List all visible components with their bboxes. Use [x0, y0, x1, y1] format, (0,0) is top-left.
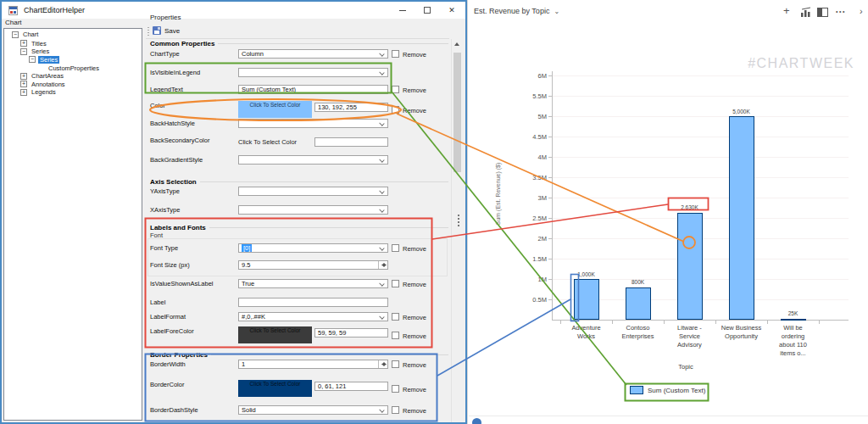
- scrollbar-thumb[interactable]: [453, 53, 461, 172]
- bar-5[interactable]: [781, 319, 806, 321]
- remove-label: Remove: [403, 86, 426, 94]
- dropdown-borderDashStyle[interactable]: Solid: [238, 405, 388, 415]
- property-label-label: Label: [150, 298, 165, 306]
- color-value-backSecondaryColor[interactable]: [314, 137, 388, 147]
- remove-checkbox-color[interactable]: [392, 106, 399, 114]
- spinner-fontSize[interactable]: 9.5: [238, 260, 388, 270]
- input-label[interactable]: [238, 298, 388, 307]
- remove-checkbox-chartType[interactable]: [392, 50, 399, 58]
- dropdown-labelFormat[interactable]: #,0,.##K: [238, 312, 388, 321]
- remove-checkbox-labelFormat[interactable]: [392, 313, 399, 321]
- bar-1[interactable]: [574, 279, 599, 320]
- gridline: [552, 96, 849, 97]
- bar-chart: 6M5.5M5M4.5M4M3.5M3M2.5M2M1.5M1M0.5M1,00…: [468, 0, 868, 424]
- scroll-up-icon[interactable]: [454, 42, 459, 46]
- screen: ChartEditorHelper ✕ Chart −Chart+Titles−…: [0, 0, 868, 424]
- dropdown-backHatchStyle[interactable]: [238, 119, 388, 128]
- dropdown-backGradientStyle[interactable]: [238, 155, 388, 165]
- properties-scrollbar[interactable]: [451, 39, 461, 422]
- y-tick-label: 0.5M: [513, 296, 547, 304]
- dropdown-isValueShownAsLabel[interactable]: True: [238, 279, 388, 288]
- bar-value-label: 1,000K: [561, 271, 612, 277]
- y-tick-label: 2.5M: [513, 215, 547, 222]
- property-label-backSecondaryColor: BackSecondaryColor: [150, 137, 209, 144]
- section-title: Common Properties: [150, 40, 214, 47]
- chevron-down-icon: [379, 157, 384, 162]
- remove-checkbox-fontType[interactable]: [392, 244, 399, 252]
- remove-label: Remove: [403, 314, 426, 321]
- section-header: Axis Selection: [150, 178, 448, 186]
- color-swatch-color[interactable]: Click To Select Color: [238, 101, 312, 118]
- property-label-xAxisType: XAxisType: [150, 206, 180, 214]
- property-label-yAxisType: YAxisType: [150, 187, 180, 195]
- x-category-label: Litware -ServiceAdvisory: [665, 324, 715, 349]
- x-category-label: ContosoEnterprises: [613, 324, 664, 341]
- color-value-borderColor[interactable]: 0, 61, 121: [314, 382, 388, 391]
- remove-label: Remove: [403, 107, 426, 114]
- bar-value-label: 25K: [768, 310, 819, 316]
- remove-label: Remove: [403, 281, 426, 288]
- property-label-labelFormat: LabelFormat: [150, 313, 186, 321]
- dropdown-fontType[interactable]: [0]: [238, 243, 388, 253]
- chevron-down-icon: [379, 207, 384, 212]
- assistant-icon[interactable]: [472, 418, 481, 424]
- legend-label: Sum (Custom Text): [648, 387, 705, 394]
- dropdown-xAxisType[interactable]: [238, 205, 388, 215]
- y-tick-label: 3M: [513, 194, 547, 202]
- y-tick-label: 4.5M: [513, 133, 547, 141]
- y-axis-title: Sum (Est. Revenue) ($): [495, 131, 501, 258]
- section-header: Common Properties: [150, 40, 448, 47]
- gridline: [552, 157, 849, 158]
- x-category-label: New BusinessOpportunity: [716, 324, 767, 341]
- section-title: Axis Selection: [150, 178, 197, 186]
- remove-label: Remove: [403, 407, 426, 415]
- dropdown-yAxisType[interactable]: [238, 187, 388, 196]
- spinner-borderWidth[interactable]: 1: [238, 360, 388, 369]
- color-picker-text-backSecondaryColor[interactable]: Click To Select Color: [238, 138, 314, 146]
- y-tick-label: 5.5M: [513, 92, 547, 100]
- gridline: [552, 75, 849, 76]
- input-legendText[interactable]: Sum (Custom Text): [238, 85, 388, 94]
- section-header: Border Properties: [150, 351, 448, 359]
- remove-checkbox-legendText[interactable]: [392, 86, 399, 93]
- bar-value-label: 800K: [613, 279, 664, 285]
- gridline: [552, 137, 849, 137]
- remove-label: Remove: [403, 386, 426, 393]
- remove-label: Remove: [403, 245, 426, 253]
- bar-2[interactable]: [626, 287, 651, 320]
- y-tick-label: 6M: [513, 72, 547, 80]
- chevron-down-icon: [379, 407, 384, 412]
- property-label-borderColor: BorderColor: [150, 381, 184, 388]
- remove-label: Remove: [403, 51, 426, 59]
- y-tick-label: 2M: [513, 235, 547, 243]
- remove-checkbox-isValueShownAsLabel[interactable]: [392, 280, 399, 287]
- spinner-arrows[interactable]: [378, 360, 387, 368]
- color-value-labelForeColor[interactable]: 59, 59, 59: [314, 328, 388, 338]
- property-label-backGradientStyle: BackGradientStyle: [150, 156, 203, 164]
- color-swatch-labelForeColor[interactable]: Click To Select Color: [238, 326, 312, 343]
- remove-checkbox-labelForeColor[interactable]: [392, 332, 399, 339]
- remove-label: Remove: [403, 361, 426, 369]
- bar-3[interactable]: [677, 213, 703, 320]
- chevron-down-icon: [379, 51, 384, 56]
- remove-checkbox-borderWidth[interactable]: [392, 360, 399, 368]
- chart-legend: Sum (Custom Text): [630, 386, 705, 394]
- chart-editor-window: ChartEditorHelper ✕ Chart −Chart+Titles−…: [0, 0, 467, 424]
- property-label-borderDashStyle: BorderDashStyle: [150, 406, 198, 414]
- remove-checkbox-borderDashStyle[interactable]: [392, 406, 399, 414]
- gridline: [552, 177, 849, 178]
- bar-value-label: 2,630K: [665, 204, 715, 210]
- legend-swatch: [630, 386, 643, 394]
- x-axis-title: Topic: [660, 363, 711, 371]
- gridline: [552, 198, 849, 198]
- spinner-arrows[interactable]: [378, 261, 387, 269]
- color-value-color[interactable]: 130, 192, 255: [314, 103, 388, 112]
- bar-4[interactable]: [729, 116, 754, 320]
- dropdown-chartType[interactable]: Column: [238, 49, 388, 59]
- dropdown-isVisibleInLegend[interactable]: [238, 68, 388, 77]
- property-label-fontSize: Font Size (px): [150, 261, 190, 269]
- remove-checkbox-borderColor[interactable]: [392, 385, 399, 393]
- y-tick-label: 1.5M: [513, 255, 547, 263]
- color-swatch-borderColor[interactable]: Click To Select Color: [238, 380, 312, 397]
- property-label-isVisibleInLegend: IsVisibleInLegend: [150, 69, 200, 76]
